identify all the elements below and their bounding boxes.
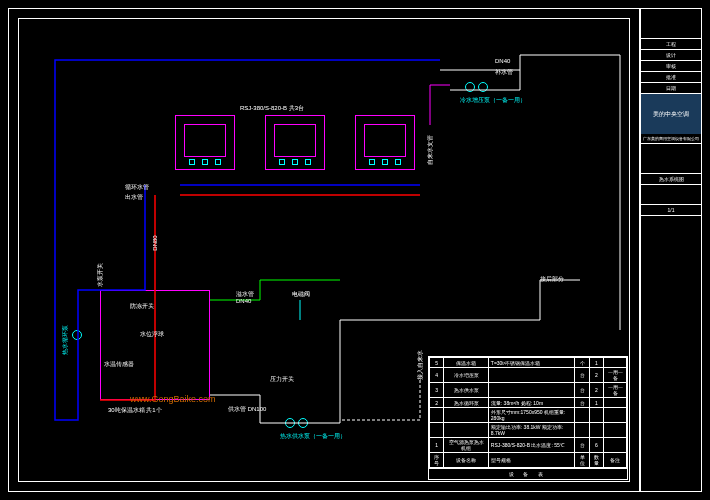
hot-in-label: 循环水管 <box>125 183 149 192</box>
parts-row: 2热水循环泵流量: 38m³/h 扬程: 10m台1 <box>430 398 627 408</box>
tb-r2: 设计 <box>641 50 701 61</box>
supply-pump-1-icon <box>285 418 295 428</box>
pressure-label: 压力开关 <box>270 375 294 384</box>
from-tap-label: 接入自来水 <box>416 350 425 380</box>
circ-pump-icon <box>72 330 82 340</box>
tb-header <box>641 9 701 39</box>
unit-inner <box>274 124 316 157</box>
parts-row: 4冷水增压泵台2一用一备 <box>430 368 627 383</box>
circ-pump-label: 热水循环泵 <box>61 325 70 355</box>
dn40-label: DN40 <box>495 58 510 64</box>
heatpump-unit-3 <box>355 115 415 170</box>
parts-list: 5保温水箱T=30t³不锈钢保温水箱个14冷水增压泵台2一用一备3热水供水泵台2… <box>428 356 628 480</box>
company-logo: 美的中央空调 <box>641 94 701 134</box>
parts-row: 外形尺寸mm:1750x950 机组重量: 280kg <box>430 408 627 423</box>
heatpump-unit-1 <box>175 115 235 170</box>
insulated-tank <box>100 290 210 400</box>
to-next-label: 接后部分 <box>540 275 564 284</box>
supply-size-label: 供水管 DN100 <box>228 405 266 414</box>
company-name: 广东美的商用空调设备有限公司 <box>641 134 701 144</box>
drain-size-label: DN40 <box>236 298 251 304</box>
tb-spacer <box>641 144 701 174</box>
title-block: 工程 设计 审核 批准 日期 美的中央空调 广东美的商用空调设备有限公司 热水系… <box>640 8 702 492</box>
parts-table: 5保温水箱T=30t³不锈钢保温水箱个14冷水增压泵台2一用一备3热水供水泵台2… <box>429 357 627 468</box>
unit-inner <box>364 124 406 157</box>
watermark: www.GongBaike.com <box>130 394 216 404</box>
ev-label: 电磁阀 <box>292 290 310 299</box>
unit-inner <box>184 124 226 157</box>
supply-pump-label: 热水供水泵（一备一用） <box>280 432 346 441</box>
temp-sensor-label: 水温传感器 <box>104 360 134 369</box>
cad-sheet: 工程 设计 审核 批准 日期 美的中央空调 广东美的商用空调设备有限公司 热水系… <box>0 0 710 500</box>
units-label: RSJ-380/S-820-B 共3台 <box>240 104 304 113</box>
parts-row: 1空气源热泵热水机组RSJ-380/S-820-B 出水温度: 55℃台6 <box>430 438 627 453</box>
level-float-label: 水位浮球 <box>140 330 164 339</box>
tb-r5: 日期 <box>641 83 701 94</box>
drawing-title: 热水系统图 <box>641 174 701 185</box>
dn80-v-label: DN80 <box>152 235 158 250</box>
tb-r1: 工程 <box>641 39 701 50</box>
heatpump-unit-2 <box>265 115 325 170</box>
hot-out-label: 出水管 <box>125 193 143 202</box>
pump-switch-label: 水泵开关 <box>96 263 105 287</box>
unit-ports <box>276 159 314 167</box>
cold-pump-2-icon <box>478 82 488 92</box>
parts-row: 3热水供水泵台2一用一备 <box>430 383 627 398</box>
parts-row: 额定输出功率: 38.1kW 额定功率: 8.7kW <box>430 423 627 438</box>
anti-freeze-label: 防冻开关 <box>130 302 154 311</box>
tb-r4: 批准 <box>641 72 701 83</box>
logo-text: 美的中央空调 <box>653 110 689 119</box>
parts-row: 序号设备名称型号规格单位数量备注 <box>430 453 627 468</box>
tb-r3: 审核 <box>641 61 701 72</box>
tb-spacer2 <box>641 185 701 205</box>
cold-pump-1-icon <box>465 82 475 92</box>
parts-row: 5保温水箱T=30t³不锈钢保温水箱个1 <box>430 358 627 368</box>
cold-pump-label: 冷水增压泵（一备一用） <box>460 96 526 105</box>
unit-ports <box>366 159 404 167</box>
tap-branch-label: 自来水支管 <box>426 135 435 165</box>
supply-pump-2-icon <box>298 418 308 428</box>
unit-ports <box>186 159 224 167</box>
parts-title: 设 备 表 <box>429 468 627 479</box>
cold-supply-label: 补水管 <box>495 68 513 77</box>
sheet-num: 1/1 <box>641 205 701 216</box>
tank-label: 30吨保温水箱 共1个 <box>108 406 162 415</box>
